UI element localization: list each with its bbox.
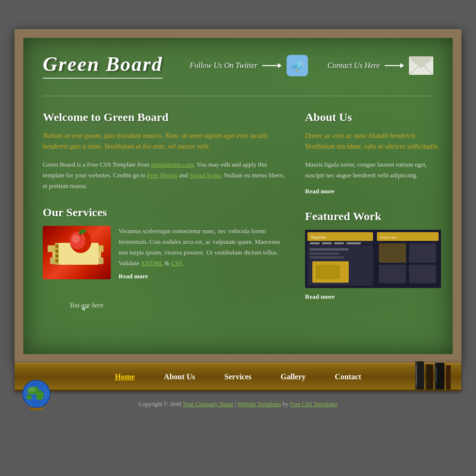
svg-rect-56 <box>436 368 437 382</box>
svg-point-19 <box>55 245 58 248</box>
templatemo-link[interactable]: templatemo.com <box>151 161 193 168</box>
header-divider <box>43 96 433 96</box>
svg-rect-36 <box>346 242 361 244</box>
featured-image: Magazine <box>305 230 441 288</box>
svg-rect-33 <box>310 242 320 244</box>
svg-rect-34 <box>322 242 332 244</box>
svg-point-67 <box>28 387 36 392</box>
services-read-more[interactable]: Read more <box>119 272 148 280</box>
nav-services[interactable]: Services <box>210 364 266 390</box>
header-right: Follow Us On Twitter <box>189 55 433 76</box>
about-heading: About Us <box>305 111 441 124</box>
svg-rect-38 <box>310 253 339 255</box>
welcome-text3: and <box>177 171 189 179</box>
twitter-link[interactable]: Follow Us On Twitter <box>189 55 308 76</box>
svg-point-25 <box>72 235 80 243</box>
footer: Copyright © 2048 Your Company Name | Web… <box>15 391 461 413</box>
svg-rect-41 <box>316 265 340 279</box>
featured-heading: Featured Work <box>305 210 441 223</box>
about-section: About Us Donec ac eros ac nunc blandit h… <box>305 111 441 195</box>
navbar-inner: Home About Us Services Gallery Contact <box>15 364 461 390</box>
footer-by: by <box>281 401 290 408</box>
logo: Green Board <box>43 52 163 79</box>
services-image <box>43 226 111 279</box>
footer-copyright: Copyright © 2048 <box>138 401 182 408</box>
svg-point-20 <box>55 250 58 253</box>
nav-about[interactable]: About Us <box>149 364 209 390</box>
featured-section: Featured Work Magazine <box>305 210 441 301</box>
svg-text:Magazine: Magazine <box>311 235 326 239</box>
social-icons-link[interactable]: Social Icons <box>189 171 221 179</box>
xhtml-link[interactable]: XHTML <box>141 259 163 267</box>
svg-point-2 <box>297 60 303 66</box>
welcome-body: Green Board is a Free CSS Template from … <box>43 159 286 191</box>
welcome-intro: Nullam at erat ipsum, quis tincidunt mau… <box>43 131 286 153</box>
featured-read-more[interactable]: Read more <box>305 293 335 300</box>
svg-marker-5 <box>303 64 305 65</box>
contact-label: Contact Us Here <box>327 61 380 70</box>
nav-gallery[interactable]: Gallery <box>266 364 321 390</box>
footer-text: Copyright © 2048 Your Company Name | Web… <box>138 401 337 408</box>
footer-company-link[interactable]: Your Company Name <box>183 401 234 408</box>
site-title: Green Board <box>43 52 163 76</box>
nav-contact[interactable]: Contact <box>320 364 375 390</box>
welcome-text1: Green Board is a Free CSS Template from <box>43 161 151 168</box>
logo-underline <box>43 78 163 79</box>
contact-arrow-icon <box>385 62 404 69</box>
svg-marker-7 <box>291 65 292 69</box>
svg-rect-57 <box>446 365 451 390</box>
contact-link[interactable]: Contact Us Here <box>327 56 433 75</box>
services-heading: Our Services <box>43 206 286 219</box>
svg-rect-39 <box>310 256 344 258</box>
svg-point-21 <box>55 255 58 257</box>
svg-text:Project One: Project One <box>380 236 396 239</box>
svg-point-4 <box>301 62 302 63</box>
books-decoration <box>413 360 452 390</box>
services-content: Vivamus scelerisque consectetur nunc, ne… <box>43 226 286 280</box>
mail-icon <box>409 56 433 75</box>
services-body: Vivamus scelerisque consectetur nunc, ne… <box>119 226 286 269</box>
services-text: Vivamus scelerisque consectetur nunc, ne… <box>119 226 286 280</box>
svg-point-22 <box>55 259 58 262</box>
svg-rect-47 <box>379 265 406 283</box>
svg-rect-35 <box>334 242 344 244</box>
content-area: Welcome to Green Board Nullam at erat ip… <box>43 111 433 315</box>
welcome-section: Welcome to Green Board Nullam at erat ip… <box>43 111 286 191</box>
footer-templates-link[interactable]: Website Templates <box>238 401 281 408</box>
about-body: Mauris ligula tortor, congue laoreet rut… <box>305 159 441 181</box>
svg-rect-45 <box>379 243 406 263</box>
twitter-icon <box>287 55 308 76</box>
header: Green Board Follow Us On Twitter <box>43 48 433 88</box>
about-intro: Donec ac eros ac nunc blandit hendrerit.… <box>305 131 441 153</box>
about-read-more[interactable]: Read more <box>305 187 335 195</box>
chalkboard: Green Board Follow Us On Twitter <box>15 29 461 363</box>
welcome-heading: Welcome to Green Board <box>43 111 286 124</box>
footer-separator: | <box>234 401 238 408</box>
css-link[interactable]: CSS <box>171 259 182 267</box>
footer-css-link[interactable]: Free CSS Templates <box>290 401 338 408</box>
navbar: Home About Us Services Gallery Contact <box>15 363 461 391</box>
twitter-label: Follow Us On Twitter <box>189 61 257 70</box>
free-photos-link[interactable]: Free Photos <box>147 171 177 179</box>
svg-rect-51 <box>416 365 417 385</box>
sidebar: About Us Donec ac eros ac nunc blandit h… <box>305 111 441 315</box>
twitter-arrow-icon <box>262 62 282 69</box>
svg-rect-37 <box>310 248 349 251</box>
svg-rect-46 <box>409 243 436 263</box>
svg-rect-48 <box>409 265 436 283</box>
globe-icon <box>19 377 53 413</box>
main-content: Welcome to Green Board Nullam at erat ip… <box>43 111 286 315</box>
services-section: Our Services <box>43 206 286 280</box>
nav-home[interactable]: Home <box>100 364 149 390</box>
svg-rect-53 <box>425 364 427 390</box>
